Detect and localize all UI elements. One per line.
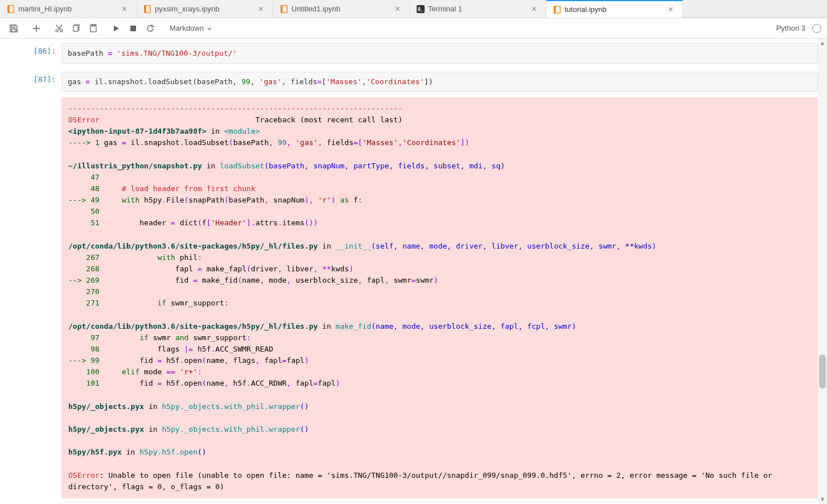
paste-button[interactable] [85,20,101,36]
svg-point-8 [56,30,58,32]
tab-label: martini_HI.ipynb [18,5,120,13]
restart-button[interactable] [142,20,158,36]
stop-button[interactable] [125,20,141,36]
tab-untitled[interactable]: Untitled1.ipynb × [273,0,410,18]
code-cell[interactable]: [86]: basePath = 'sims.TNG/TNG100-3/outp… [5,43,818,64]
close-icon[interactable]: × [393,4,402,14]
cell-input[interactable]: basePath = 'sims.TNG/TNG100-3/output/' [61,43,818,64]
svg-rect-3 [145,5,146,12]
close-icon[interactable]: × [120,4,129,14]
cell-input[interactable]: gas = il.snapshot.loadSubset(basePath, 9… [61,72,818,92]
toolbar: Markdown Python 3 [0,18,827,39]
svg-rect-13 [130,26,136,31]
svg-rect-7 [554,6,556,13]
notebook-icon [280,5,288,13]
tab-label: Terminal 1 [428,5,529,13]
cell-type-select[interactable]: Markdown [165,22,217,35]
copy-button[interactable] [68,20,84,36]
code-cell[interactable]: [87]: gas = il.snapshot.loadSubset(baseP… [5,72,818,92]
notebook-icon [553,6,561,14]
save-button[interactable] [6,20,22,36]
tab-label: pyxsim_xrays.ipynb [155,5,256,13]
scrollbar[interactable]: ▲ ▼ [818,39,827,504]
tab-pyxsim[interactable]: pyxsim_xrays.ipynb × [137,0,273,18]
run-button[interactable] [108,20,124,36]
scroll-up-icon[interactable]: ▲ [818,39,827,48]
notebook-icon [7,5,15,13]
tabs-bar: martini_HI.ipynb × pyxsim_xrays.ipynb × … [0,0,827,18]
tab-tutorial[interactable]: tutorial.ipynb × [546,0,683,18]
svg-rect-10 [73,26,78,31]
chevron-down-icon [206,25,213,32]
svg-rect-5 [281,5,283,12]
output-prompt [5,97,61,498]
close-icon[interactable]: × [666,5,676,15]
svg-rect-1 [8,5,10,12]
tab-terminal[interactable]: $_ Terminal 1 × [410,0,546,18]
cell-prompt: [86]: [5,43,61,64]
kernel-status-icon[interactable] [812,24,821,33]
svg-point-9 [60,30,63,32]
scroll-thumb[interactable] [819,354,826,389]
tab-label: Untitled1.ipynb [291,5,393,13]
terminal-icon: $_ [417,5,425,13]
notebook-icon [143,5,151,13]
close-icon[interactable]: × [529,4,539,14]
notebook-area[interactable]: [86]: basePath = 'sims.TNG/TNG100-3/outp… [0,39,827,504]
add-cell-button[interactable] [28,20,44,36]
tab-label: tutorial.ipynb [565,5,666,14]
cut-button[interactable] [51,20,67,36]
cell-output: ----------------------------------------… [5,97,818,498]
error-traceback[interactable]: ----------------------------------------… [61,97,818,498]
scroll-down-icon[interactable]: ▼ [818,495,827,504]
kernel-name[interactable]: Python 3 [776,24,805,32]
cell-prompt: [87]: [5,72,61,92]
close-icon[interactable]: × [256,4,266,14]
cell-type-label: Markdown [170,24,204,32]
tab-filler [683,0,827,18]
tab-martini[interactable]: martini_HI.ipynb × [0,0,137,18]
